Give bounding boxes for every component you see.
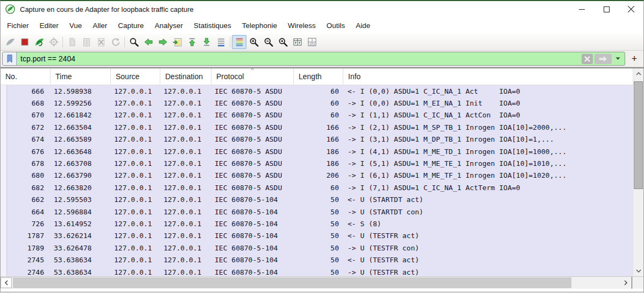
column-header-no[interactable]: No.: [1, 68, 51, 85]
vertical-scrollbar-thumb[interactable]: [634, 81, 643, 189]
related-packet-gutter: [1, 218, 7, 229]
cell-source: 127.0.0.1: [111, 159, 160, 168]
cell-no: 680: [7, 171, 51, 179]
cell-length: 186: [294, 159, 343, 168]
cell-destination: 127.0.0.1: [160, 111, 211, 119]
start-capture-button[interactable]: [3, 35, 17, 49]
maximize-button[interactable]: [594, 1, 619, 17]
capture-options-button[interactable]: [46, 35, 61, 49]
packet-row[interactable]: 67812.663708127.0.0.1127.0.0.1IEC 60870-…: [1, 157, 633, 169]
filter-bookmark-button[interactable]: [3, 52, 17, 65]
cell-time: 53.638634: [51, 256, 111, 264]
last-packet-button[interactable]: [199, 35, 214, 49]
colorize-button[interactable]: [232, 35, 246, 49]
menu-item-wireless[interactable]: Wireless: [282, 17, 321, 34]
packet-row[interactable]: 67412.663589127.0.0.1127.0.0.1IEC 60870-…: [1, 134, 633, 145]
find-packet-button[interactable]: [126, 35, 141, 49]
column-header-time[interactable]: Time: [51, 68, 111, 85]
add-filter-button[interactable]: +: [627, 52, 641, 66]
column-header-source[interactable]: Source: [111, 68, 160, 85]
reload-icon: [110, 37, 121, 47]
menu-item-capture[interactable]: Capture: [112, 17, 149, 34]
packet-row[interactable]: 178733.626214127.0.0.1127.0.0.1IEC 60870…: [1, 230, 633, 242]
packet-row[interactable]: 66812.599256127.0.0.1127.0.0.1IEC 60870-…: [1, 97, 633, 109]
cell-no: 666: [7, 87, 51, 95]
column-header-label: Time: [55, 72, 72, 81]
menu-item-aller[interactable]: Aller: [87, 17, 112, 34]
packet-row[interactable]: 67612.663648127.0.0.1127.0.0.1IEC 60870-…: [1, 145, 633, 157]
go-forward-button[interactable]: [155, 35, 170, 49]
packet-row[interactable]: 68212.663820127.0.0.1127.0.0.1IEC 60870-…: [1, 182, 633, 193]
first-packet-button[interactable]: [185, 35, 199, 49]
packet-row[interactable]: 274553.638634127.0.0.1127.0.0.1IEC 60870…: [1, 254, 633, 266]
menu-item-aide[interactable]: Aide: [350, 17, 376, 34]
zoom-in-button[interactable]: [246, 35, 261, 49]
resize-columns-button[interactable]: [290, 35, 305, 49]
layout-123-button[interactable]: 123: [305, 35, 319, 49]
cell-destination: 127.0.0.1: [160, 148, 211, 156]
column-header-destination[interactable]: Destination: [160, 68, 211, 85]
packet-row[interactable]: 67012.661842127.0.0.1127.0.0.1IEC 60870-…: [1, 109, 633, 121]
menu-item-fichier[interactable]: Fichier: [2, 17, 34, 34]
cell-length: 60: [294, 87, 343, 95]
menu-item-analyser[interactable]: Analyser: [149, 17, 188, 34]
packet-row[interactable]: 66612.598938127.0.0.1127.0.0.1IEC 60870-…: [1, 85, 633, 97]
save-file-button[interactable]: [79, 35, 94, 49]
horizontal-scrollbar[interactable]: [1, 276, 643, 289]
svg-text:2: 2: [309, 43, 310, 46]
scroll-down-button[interactable]: [633, 267, 643, 275]
find-packet-icon: [129, 37, 139, 47]
packet-row[interactable]: 67212.663504127.0.0.1127.0.0.1IEC 60870-…: [1, 121, 633, 133]
cell-no: 668: [7, 99, 51, 107]
menu-item-outils[interactable]: Outils: [321, 17, 351, 34]
reload-button[interactable]: [108, 35, 123, 49]
vertical-scrollbar[interactable]: [633, 68, 643, 276]
packet-row[interactable]: 178933.626478127.0.0.1127.0.0.1IEC 60870…: [1, 242, 633, 254]
menu-item-statistiques[interactable]: Statistiques: [188, 17, 237, 34]
cell-protocol: IEC 60870-5 ASDU: [211, 159, 294, 168]
go-to-packet-button[interactable]: [170, 35, 185, 49]
scroll-left-button[interactable]: [1, 277, 12, 288]
packet-row[interactable]: 66412.596884127.0.0.1127.0.0.1IEC 60870-…: [1, 206, 633, 218]
close-file-button[interactable]: [94, 35, 108, 49]
cell-destination: 127.0.0.1: [160, 268, 211, 276]
svg-text:1: 1: [311, 38, 313, 41]
clear-filter-button[interactable]: [582, 54, 593, 64]
stop-capture-button[interactable]: [17, 35, 32, 49]
packet-row[interactable]: 66212.595503127.0.0.1127.0.0.1IEC 60870-…: [1, 194, 633, 206]
zoom-original-button[interactable]: [275, 35, 290, 49]
cell-source: 127.0.0.1: [111, 268, 160, 276]
display-filter-field[interactable]: [2, 52, 625, 66]
packet-row[interactable]: 68012.663790127.0.0.1127.0.0.1IEC 60870-…: [1, 170, 633, 182]
column-header-info[interactable]: Info: [343, 68, 633, 85]
cell-info: -> I (3,1) ASDU=1 M_DP_TB_1 Inrogen IOA[…: [343, 135, 633, 143]
cell-protocol: IEC 60870-5-104: [211, 232, 294, 240]
packet-row[interactable]: 72613.614952127.0.0.1127.0.0.1IEC 60870-…: [1, 218, 633, 229]
cell-source: 127.0.0.1: [111, 87, 160, 95]
window-title: Capture en cours de Adapter for loopback…: [20, 5, 194, 13]
go-back-button[interactable]: [141, 35, 155, 49]
column-header-length[interactable]: Length: [294, 68, 343, 85]
display-filter-input[interactable]: [17, 52, 582, 66]
cell-source: 127.0.0.1: [111, 196, 160, 204]
horizontal-scrollbar-thumb[interactable]: [13, 277, 571, 288]
menu-item-vue[interactable]: Vue: [64, 17, 88, 34]
open-file-button[interactable]: [65, 35, 79, 49]
apply-filter-button[interactable]: [595, 54, 612, 64]
auto-scroll-button[interactable]: [214, 35, 228, 49]
scroll-up-button[interactable]: [633, 69, 643, 78]
cell-destination: 127.0.0.1: [160, 123, 211, 131]
add-filter-button-icon: +: [632, 53, 638, 65]
cell-no: 1787: [7, 232, 51, 240]
minimize-button[interactable]: [569, 1, 594, 17]
menu-item-telephonie[interactable]: Telephonie: [237, 17, 282, 34]
cell-time: 12.663648: [51, 148, 111, 156]
column-header-protocol[interactable]: Protocol^: [211, 68, 294, 85]
cell-source: 127.0.0.1: [111, 171, 160, 179]
close-button[interactable]: [619, 1, 643, 17]
restart-capture-button[interactable]: [32, 35, 46, 49]
filter-dropdown-button[interactable]: [613, 54, 622, 64]
zoom-out-button[interactable]: [261, 35, 275, 49]
scroll-right-button[interactable]: [620, 277, 632, 288]
menu-item-editer[interactable]: Editer: [34, 17, 64, 34]
